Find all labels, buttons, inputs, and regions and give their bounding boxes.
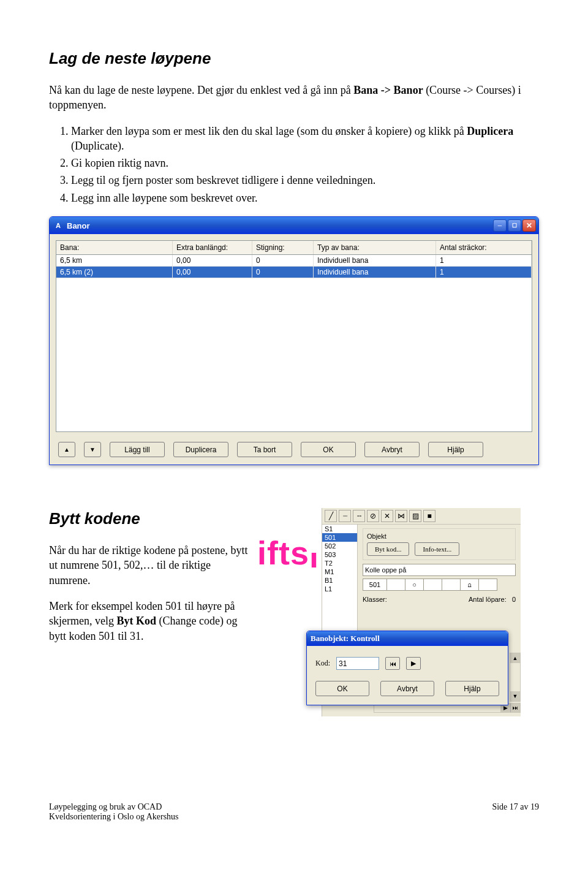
footer-right: Side 17 av 19: [492, 802, 539, 822]
cell-antal: 1: [436, 267, 532, 278]
vertical-scrollbar[interactable]: ▲ ▼: [510, 653, 521, 702]
klasser-label: Klasser:: [363, 596, 387, 603]
background-text: iftsl: [257, 534, 319, 572]
tool-dotline-icon[interactable]: ┈: [339, 510, 351, 522]
table-row[interactable]: 6,5 km 0,00 0 Individuell bana 1: [56, 255, 532, 267]
objekt-label: Objekt: [367, 533, 511, 540]
cell-typ: Individuell bana: [314, 267, 436, 278]
antal-value: 0: [512, 596, 516, 603]
desc-cell[interactable]: [479, 579, 497, 591]
hdr-stigning: Stigning:: [252, 241, 314, 254]
tool-crossed-circle-icon[interactable]: ⊘: [367, 510, 379, 522]
cell-typ: Individuell bana: [314, 255, 436, 267]
list-item[interactable]: S1: [322, 525, 357, 533]
cell-stig: 0: [252, 255, 314, 267]
banor-titlebar[interactable]: A Banor ─ ☐ ✕: [50, 217, 538, 234]
info-text-button[interactable]: Info-text...: [415, 542, 459, 556]
banobjekt-dialog: Banobjekt: Kontroll Kod: ⏮ ▶ OK Avbryt H…: [306, 631, 508, 705]
bytt-paragraph-2: Merk for eksempel koden 501 til høyre på…: [49, 599, 251, 643]
step1-a: Marker den løypa som er mest lik den du …: [71, 125, 467, 137]
cell-bana: 6,5 km (2): [56, 267, 173, 278]
bytt-p2-bold: Byt Kod: [116, 615, 156, 627]
duplicate-button[interactable]: Duplicera: [173, 442, 228, 457]
cell-antal: 1: [436, 255, 532, 267]
intro-bold-1: Bana -> Banor: [353, 84, 423, 96]
tool-fill-icon[interactable]: ■: [423, 510, 435, 522]
kod-label: Kod:: [315, 659, 330, 668]
desc-cell[interactable]: [442, 579, 461, 591]
banor-window: A Banor ─ ☐ ✕ Bana: Extra banlängd: Stig…: [49, 216, 539, 465]
scroll-end-icon[interactable]: ⏭: [510, 704, 520, 712]
prev-button[interactable]: ⏮: [385, 657, 400, 670]
hdr-bana: Bana:: [56, 241, 173, 254]
objekt-fieldset: Objekt Byt kod... Info-text...: [363, 528, 516, 560]
banobjekt-titlebar[interactable]: Banobjekt: Kontroll: [307, 631, 508, 646]
byt-kod-button[interactable]: Byt kod...: [367, 542, 409, 556]
hdr-antal: Antal sträckor:: [436, 241, 532, 254]
cell-bana: 6,5 km: [56, 255, 173, 267]
step-3: Legg til og fjern poster som beskrevet t…: [71, 173, 539, 188]
next-button[interactable]: ▶: [406, 657, 421, 670]
desc-cell[interactable]: [424, 579, 442, 591]
tool-hatch-icon[interactable]: ▨: [409, 510, 421, 522]
footer-left-2: Kveldsorientering i Oslo og Akershus: [49, 812, 179, 822]
hdr-extra: Extra banlängd:: [173, 241, 252, 254]
list-item[interactable]: 501: [322, 533, 357, 542]
step-4: Legg inn alle løypene som beskrevet over…: [71, 191, 539, 205]
code-cell[interactable]: 501: [363, 579, 387, 591]
list-item[interactable]: T2: [322, 559, 357, 567]
ok-button[interactable]: OK: [301, 442, 356, 457]
list-item[interactable]: L1: [322, 585, 357, 593]
step-2: Gi kopien riktig navn.: [71, 156, 539, 170]
desc-cell[interactable]: [387, 579, 405, 591]
intro-paragraph: Nå kan du lage de neste løypene. Det gjø…: [49, 83, 539, 113]
screenshot-panel: iftsl ╱ ┈ ╌ ⊘ ✕ ⋈ ▨ ■ S1 501 502 503 T2: [257, 508, 521, 741]
banobjekt-title: Banobjekt: Kontroll: [311, 634, 380, 643]
list-item[interactable]: B1: [322, 576, 357, 585]
bytt-paragraph-1: Når du har de riktige kodene på postene,…: [49, 543, 251, 588]
delete-button[interactable]: Ta bort: [237, 442, 292, 457]
list-item[interactable]: 503: [322, 550, 357, 559]
list-item[interactable]: 502: [322, 542, 357, 550]
move-up-button[interactable]: ▲: [58, 442, 75, 457]
control-description-strip[interactable]: 501 ○ ⩍: [363, 579, 516, 591]
maximize-icon[interactable]: ☐: [508, 219, 521, 232]
description-input[interactable]: [363, 564, 516, 576]
step-1: Marker den løypa som er mest lik den du …: [71, 124, 539, 154]
app-icon: A: [53, 221, 63, 230]
tool-line-icon[interactable]: ╱: [325, 510, 337, 522]
footer-left-1: Løypelegging og bruk av OCAD: [49, 802, 179, 812]
banor-button-row: ▲ ▼ Lägg till Duplicera Ta bort OK Avbry…: [56, 439, 532, 458]
tool-doublex-icon[interactable]: ⋈: [395, 510, 407, 522]
cancel-button[interactable]: Avbryt: [364, 442, 420, 457]
dlg-cancel-button[interactable]: Avbryt: [380, 681, 434, 696]
tool-dashline-icon[interactable]: ╌: [353, 510, 365, 522]
add-button[interactable]: Lägg till: [110, 442, 165, 457]
scroll-down-icon[interactable]: ▼: [510, 691, 520, 701]
move-down-button[interactable]: ▼: [84, 442, 101, 457]
step1-bold: Duplicera: [467, 125, 513, 137]
banor-headers: Bana: Extra banlängd: Stigning: Typ av b…: [56, 240, 532, 254]
section-title-2: Bytt kodene: [49, 509, 251, 528]
hdr-typ: Typ av bana:: [314, 241, 436, 254]
banor-table[interactable]: 6,5 km 0,00 0 Individuell bana 1 6,5 km …: [56, 254, 532, 432]
close-icon[interactable]: ✕: [522, 219, 536, 232]
banor-title: Banor: [67, 221, 90, 230]
desc-cell[interactable]: ○: [405, 579, 424, 591]
list-item[interactable]: M1: [322, 567, 357, 576]
minimize-icon[interactable]: ─: [493, 219, 507, 232]
page-footer: Løypelegging og bruk av OCAD Kveldsorien…: [49, 802, 539, 822]
intro-text-a: Nå kan du lage de neste løypene. Det gjø…: [49, 84, 353, 96]
table-row[interactable]: 6,5 km (2) 0,00 0 Individuell bana 1: [56, 267, 532, 278]
tool-x-icon[interactable]: ✕: [381, 510, 393, 522]
cell-extra: 0,00: [173, 255, 252, 267]
scroll-up-icon[interactable]: ▲: [510, 653, 520, 663]
step1-b: (Duplicate).: [71, 140, 124, 152]
kod-input[interactable]: [336, 657, 379, 670]
desc-cell[interactable]: ⩍: [461, 579, 479, 591]
dlg-ok-button[interactable]: OK: [315, 681, 369, 696]
dlg-help-button[interactable]: Hjälp: [445, 681, 499, 696]
cell-extra: 0,00: [173, 267, 252, 278]
help-button[interactable]: Hjälp: [428, 442, 483, 457]
cell-stig: 0: [252, 267, 314, 278]
